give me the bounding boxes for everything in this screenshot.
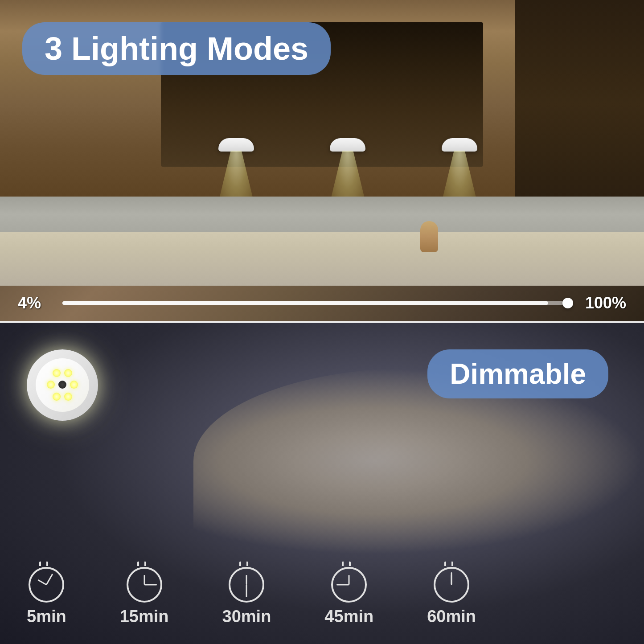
timer-row: 5min 15min 30min	[27, 567, 617, 626]
cabinet-dark	[515, 0, 644, 209]
lighting-modes-badge: 3 Lighting Modes	[22, 22, 331, 75]
slider-fill	[62, 301, 548, 305]
led-1	[53, 369, 61, 377]
clock-icon-15min	[127, 567, 162, 603]
slider-max-label: 100%	[577, 294, 626, 312]
timer-label-5min: 5min	[27, 607, 66, 626]
counter-back	[0, 197, 644, 232]
slider-min-label: 4%	[18, 294, 53, 312]
light-body-1	[218, 138, 254, 152]
led-3	[47, 381, 55, 389]
lamp-inner	[36, 358, 89, 412]
hour-hand-30min	[246, 575, 247, 585]
hour-hand-5min	[38, 579, 47, 586]
clock-icon-45min	[331, 567, 367, 603]
clock-face-45min	[333, 569, 365, 601]
page-container: 3 Lighting Modes 4% 100%	[0, 0, 644, 644]
timer-45min: 45min	[324, 567, 373, 626]
timer-60min: 60min	[427, 567, 476, 626]
clock-face-15min	[128, 569, 160, 601]
light-fixture-3	[442, 138, 477, 152]
clock-icon-5min	[29, 567, 64, 603]
dimmable-label: Dimmable	[450, 358, 586, 390]
light-fixture-2	[330, 138, 365, 152]
bottom-section: Dimmable 5min	[0, 323, 644, 644]
dimmable-badge: Dimmable	[427, 349, 608, 398]
minute-hand-45min	[336, 584, 349, 586]
clock-icon-30min	[229, 567, 264, 603]
led-4	[70, 381, 78, 389]
top-section: 3 Lighting Modes 4% 100%	[0, 0, 644, 321]
timer-label-30min: 30min	[222, 607, 271, 626]
hour-hand-15min	[144, 575, 145, 585]
lamp-outer-ring	[27, 349, 98, 421]
led-5	[53, 393, 61, 401]
lights-row	[180, 138, 515, 152]
led-6	[64, 393, 72, 401]
hour-hand-45min	[349, 575, 350, 585]
light-body-3	[442, 138, 477, 152]
light-fixture-1	[218, 138, 254, 152]
light-body-2	[330, 138, 365, 152]
sensor	[58, 381, 66, 389]
lamp-fixture	[27, 349, 98, 421]
led-2	[64, 369, 72, 377]
clock-face-60min	[435, 569, 468, 601]
decor-vase	[420, 221, 438, 252]
timer-30min: 30min	[222, 567, 271, 626]
clock-face-5min	[30, 569, 62, 601]
minute-hand-5min	[46, 574, 53, 585]
minute-hand-15min	[144, 584, 157, 586]
slider-thumb[interactable]	[562, 298, 573, 308]
timer-label-60min: 60min	[427, 607, 476, 626]
timer-label-15min: 15min	[120, 607, 169, 626]
timer-label-45min: 45min	[324, 607, 373, 626]
lighting-modes-title: 3 Lighting Modes	[45, 31, 308, 66]
timer-15min: 15min	[120, 567, 169, 626]
minute-hand-30min	[246, 585, 247, 597]
slider-track[interactable]	[62, 301, 568, 305]
brightness-slider-area: 4% 100%	[18, 294, 626, 312]
counter-surface	[0, 232, 644, 286]
minute-hand-60min	[451, 572, 452, 585]
clock-face-30min	[230, 569, 263, 601]
clock-icon-60min	[434, 567, 469, 603]
timer-5min: 5min	[27, 567, 66, 626]
